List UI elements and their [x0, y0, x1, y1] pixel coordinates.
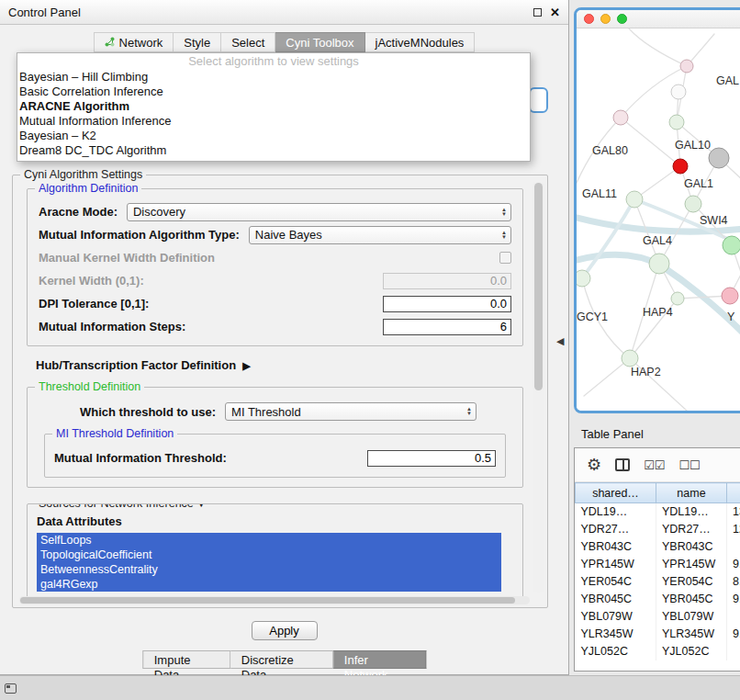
- data-attributes-list: SelfLoopsTopologicalCoefficientBetweenne…: [37, 533, 501, 592]
- algorithm-option-basic-correlation-inference[interactable]: Basic Correlation Inference: [17, 85, 530, 99]
- network-node[interactable]: [723, 236, 740, 254]
- minimize-traffic-light-icon[interactable]: [600, 14, 611, 24]
- network-node[interactable]: [649, 254, 669, 274]
- network-node[interactable]: [577, 270, 590, 287]
- dpi-tolerance-label: DPI Tolerance [0,1]:: [39, 297, 149, 310]
- close-panel-icon[interactable]: [550, 6, 560, 19]
- which-threshold-row: Which threshold to use: MI Threshold: [39, 400, 511, 423]
- network-node[interactable]: [669, 115, 684, 130]
- table-row[interactable]: YDR27…YDR27…12: [576, 521, 740, 538]
- panel-grid-icon[interactable]: [5, 683, 17, 694]
- table-row[interactable]: YLR345WYLR345W9.: [576, 626, 740, 643]
- column-header[interactable]: [727, 483, 740, 503]
- table-cell: YDL19…: [576, 503, 656, 521]
- network-node[interactable]: [626, 191, 643, 208]
- tab-select[interactable]: Select: [221, 32, 275, 52]
- horizontal-scrollbar-thumb[interactable]: [20, 597, 515, 604]
- network-node[interactable]: [709, 148, 729, 168]
- node-label-y: Y: [727, 310, 735, 323]
- zoom-traffic-light-icon[interactable]: [617, 14, 627, 24]
- apply-button[interactable]: Apply: [252, 621, 318, 640]
- table-row[interactable]: YPR145WYPR145W9.: [576, 556, 740, 573]
- node-label-gal4: GAL4: [643, 234, 672, 247]
- node-label-gal1: GAL1: [684, 177, 713, 190]
- algorithm-option-aracne-algorithm[interactable]: ARACNE Algorithm: [17, 99, 530, 114]
- table-row[interactable]: YER054CYER054C8.: [576, 573, 740, 591]
- attribute-selfloops[interactable]: SelfLoops: [37, 533, 501, 548]
- network-node[interactable]: [622, 350, 638, 367]
- close-traffic-light-icon[interactable]: [584, 14, 594, 24]
- sources-title-text: Sources for Network Inference: [39, 503, 194, 510]
- vertical-scrollbar-thumb[interactable]: [534, 183, 543, 390]
- tab-style[interactable]: Style: [174, 32, 221, 52]
- collapse-down-arrow-icon[interactable]: [196, 503, 206, 510]
- tab-label: jActiveMNodules: [376, 36, 465, 50]
- which-threshold-combobox[interactable]: MI Threshold: [225, 402, 477, 421]
- network-node[interactable]: [671, 292, 684, 305]
- float-panel-icon[interactable]: [533, 8, 542, 17]
- hub-definition-expander[interactable]: Hub/Transcription Factor Definition: [36, 358, 523, 372]
- unchecked-boxes-icon[interactable]: ☐☐: [678, 458, 700, 472]
- column-header-name[interactable]: name: [656, 483, 727, 503]
- algorithm-definition-title: Algorithm Definition: [35, 182, 141, 195]
- tab-label: Cyni Toolbox: [286, 36, 353, 50]
- hub-definition-label: Hub/Transcription Factor Definition: [36, 358, 236, 372]
- table-cell: YBL079W: [576, 608, 656, 626]
- network-node[interactable]: [613, 110, 628, 125]
- algorithm-option-bayesian-k2[interactable]: Bayesian – K2: [17, 129, 530, 143]
- network-node[interactable]: [673, 159, 688, 174]
- panel-collapse-arrow[interactable]: [556, 335, 564, 347]
- algorithm-definition-group: Algorithm Definition Aracne Mode: Discov…: [27, 188, 523, 346]
- tab-cyni-toolbox[interactable]: Cyni Toolbox: [275, 32, 364, 52]
- bottom-tab-discretize-data[interactable]: Discretize Data: [230, 650, 333, 669]
- tab-bar: NetworkStyleSelectCyni ToolboxjActiveMNo…: [0, 32, 568, 52]
- aracne-mode-combobox[interactable]: Discovery: [127, 203, 511, 221]
- network-node[interactable]: [671, 85, 686, 99]
- network-node[interactable]: [685, 196, 701, 212]
- mi-algorithm-type-combobox[interactable]: Naive Bayes: [249, 226, 511, 244]
- table-cell: YER054C: [576, 573, 656, 591]
- network-view-window[interactable]: GAL80GAL10GALGAL11GAL1SWI4GAL4GCY1HAP4HA…: [574, 7, 740, 413]
- algorithm-option-dream8-dc-tdc-algorithm[interactable]: Dream8 DC_TDC Algorithm: [17, 143, 530, 158]
- table-row[interactable]: YDL19…YDL19…13: [576, 503, 740, 521]
- network-node[interactable]: [722, 288, 738, 304]
- network-canvas[interactable]: GAL80GAL10GALGAL11GAL1SWI4GAL4GCY1HAP4HA…: [577, 28, 740, 411]
- algorithm-option-bayesian-hill-climbing[interactable]: Bayesian – Hill Climbing: [17, 70, 530, 85]
- table-row[interactable]: YBR043CYBR043C: [576, 538, 740, 556]
- which-threshold-value: MI Threshold: [231, 405, 301, 419]
- table-cell: YLR345W: [576, 626, 656, 643]
- bottom-tab-impute-data[interactable]: Impute Data: [142, 650, 230, 669]
- settings-vertical-scrollbar[interactable]: [533, 181, 544, 593]
- columns-icon[interactable]: [615, 458, 630, 471]
- mi-steps-input[interactable]: [383, 319, 511, 335]
- gear-icon[interactable]: ⚙: [587, 455, 601, 475]
- algorithm-option-mutual-information-inference[interactable]: Mutual Information Inference: [17, 114, 530, 129]
- table-row[interactable]: YBL079WYBL079W: [576, 608, 740, 626]
- tab-jactivemnodules[interactable]: jActiveMNodules: [365, 32, 476, 52]
- algorithm-combobox-edge[interactable]: [529, 87, 548, 113]
- data-attributes-label: Data Attributes: [37, 514, 513, 528]
- attribute-gal4rgexp[interactable]: gal4RGexp: [37, 577, 501, 592]
- column-header-shared[interactable]: shared…: [576, 483, 656, 503]
- settings-horizontal-scrollbar[interactable]: [19, 596, 530, 604]
- bottom-tab-infer-network[interactable]: Infer Network: [333, 650, 426, 669]
- manual-kernel-checkbox[interactable]: [499, 252, 511, 264]
- network-edge: [629, 28, 687, 66]
- manual-kernel-row: Manual Kernel Width Definition: [39, 246, 511, 269]
- network-node[interactable]: [680, 60, 693, 73]
- attribute-betweennesscentrality[interactable]: BetweennessCentrality: [37, 562, 501, 577]
- table-cell: 12: [727, 521, 740, 538]
- table-row[interactable]: YJL052CYJL052C: [576, 643, 740, 660]
- attribute-topologicalcoefficient[interactable]: TopologicalCoefficient: [37, 548, 501, 562]
- network-graph[interactable]: GAL80GAL10GALGAL11GAL1SWI4GAL4GCY1HAP4HA…: [577, 28, 740, 411]
- mi-threshold-input[interactable]: [367, 450, 496, 467]
- table-header-row: shared…name: [576, 483, 740, 503]
- table-cell: [727, 538, 740, 556]
- table-row[interactable]: YBR045CYBR045C9.: [576, 591, 740, 608]
- kernel-width-input[interactable]: [383, 273, 511, 289]
- checked-boxes-icon[interactable]: ☑☑: [644, 458, 665, 472]
- tab-network[interactable]: Network: [94, 32, 174, 52]
- mi-steps-label: Mutual Information Steps:: [39, 320, 185, 333]
- dpi-tolerance-input[interactable]: [383, 296, 511, 312]
- algorithm-dropdown-list: Bayesian – Hill ClimbingBasic Correlatio…: [17, 70, 530, 158]
